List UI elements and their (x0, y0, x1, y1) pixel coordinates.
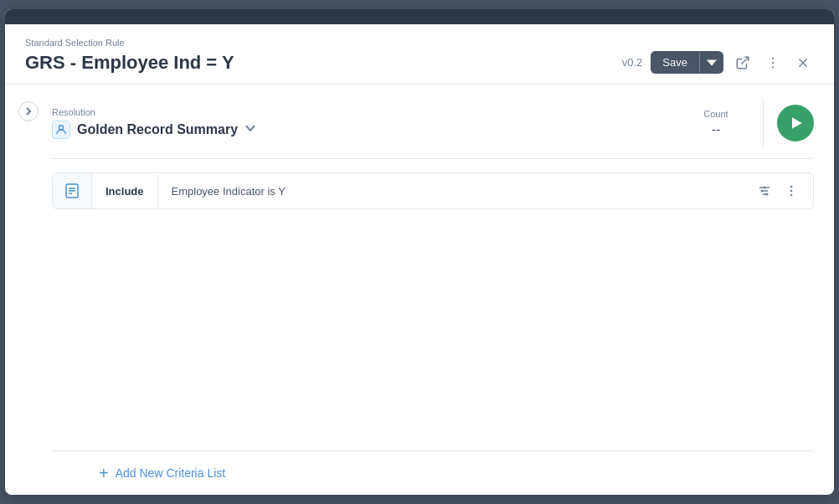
svg-point-16 (761, 190, 764, 193)
criteria-filter-button[interactable] (753, 179, 776, 203)
vertical-divider (763, 98, 764, 148)
svg-line-0 (742, 57, 749, 64)
svg-point-1 (772, 57, 774, 59)
header: Standard Selection Rule GRS - Employee I… (5, 24, 834, 85)
criteria-include-label: Include (92, 175, 158, 208)
header-title-row: GRS - Employee Ind = Y v0.2 Save (25, 51, 814, 74)
resolution-left: Resolution Golden Record Summary (52, 107, 256, 139)
svg-point-2 (772, 61, 774, 63)
filter-icon (758, 184, 771, 198)
more-vertical-icon (785, 184, 798, 198)
record-icon-container (52, 121, 70, 139)
svg-point-20 (790, 194, 793, 197)
scrollable-content: Resolution Golden Record Summary (5, 85, 834, 495)
close-button[interactable] (792, 52, 814, 74)
page-title: GRS - Employee Ind = Y (25, 52, 234, 74)
svg-point-18 (790, 186, 793, 188)
modal-container: Standard Selection Rule GRS - Employee I… (5, 9, 834, 495)
collapse-button[interactable] (18, 101, 39, 121)
add-criteria-section[interactable]: + Add New Criteria List (52, 450, 814, 495)
chevron-down-icon (707, 58, 717, 68)
criteria-description: Employee Indicator is Y (158, 175, 743, 208)
save-button[interactable]: Save (651, 51, 699, 74)
person-icon (55, 124, 67, 136)
chevron-down-icon (244, 122, 256, 134)
svg-point-3 (772, 66, 774, 68)
export-icon (735, 55, 750, 70)
resolution-section: Resolution Golden Record Summary (52, 98, 814, 159)
close-icon (795, 55, 811, 70)
svg-point-17 (766, 193, 769, 196)
resolution-right: Count -- (682, 98, 814, 148)
play-icon (788, 115, 805, 131)
resolution-dropdown-button[interactable] (244, 122, 256, 137)
count-value: -- (712, 122, 721, 137)
rule-type-label: Standard Selection Rule (25, 38, 814, 48)
criteria-row: Include Employee Indicator is Y (52, 172, 814, 209)
svg-point-19 (790, 190, 793, 193)
resolution-title-row: Golden Record Summary (52, 121, 256, 139)
add-icon: + (99, 465, 109, 481)
resolution-title: Golden Record Summary (77, 122, 238, 137)
save-button-group: Save (651, 51, 723, 74)
header-actions: v0.2 Save (622, 51, 814, 74)
criteria-icon-cell (53, 173, 92, 208)
run-button[interactable] (777, 105, 814, 141)
more-vertical-icon (765, 55, 780, 70)
save-dropdown-button[interactable] (699, 53, 723, 73)
svg-point-6 (59, 126, 63, 130)
version-badge: v0.2 (622, 56, 643, 69)
export-button[interactable] (732, 52, 754, 74)
count-label: Count (703, 109, 728, 119)
content-area: Resolution Golden Record Summary (5, 85, 834, 495)
top-bar (5, 9, 834, 24)
svg-marker-7 (792, 117, 802, 128)
document-icon (64, 183, 80, 198)
count-section: Count -- (682, 109, 749, 137)
svg-point-15 (764, 187, 766, 189)
add-criteria-label: Add New Criteria List (116, 466, 226, 480)
more-button[interactable] (762, 52, 784, 74)
criteria-actions (743, 179, 813, 203)
resolution-label: Resolution (52, 107, 256, 117)
chevron-right-icon (23, 106, 33, 116)
resolution-header: Resolution Golden Record Summary (52, 98, 814, 159)
criteria-more-button[interactable] (780, 179, 803, 203)
